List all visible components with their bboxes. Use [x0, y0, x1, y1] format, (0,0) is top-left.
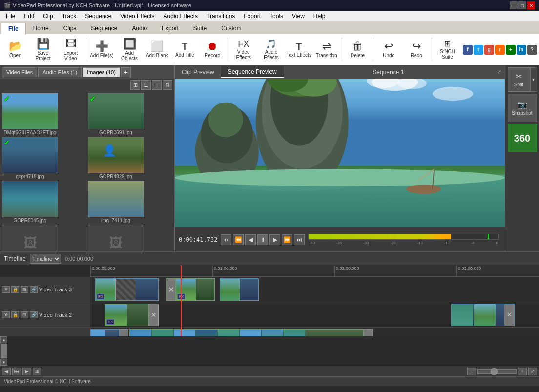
tab-clip-preview[interactable]: Clip Preview	[175, 67, 221, 78]
track2-group[interactable]: ⊞	[21, 311, 28, 318]
clip-t3-1[interactable]: FX	[95, 278, 159, 301]
clip-t3-4[interactable]	[220, 278, 259, 301]
tab-sequence[interactable]: Sequence	[83, 22, 124, 34]
linkedin-icon[interactable]: in	[517, 45, 526, 55]
track2-eye[interactable]: 👁	[2, 311, 10, 318]
track3-lock[interactable]: 🔒	[11, 286, 19, 293]
menu-view[interactable]: View	[288, 12, 309, 21]
transition-button[interactable]: ⇌ Transition	[313, 36, 340, 64]
tl-zoom-slider[interactable]	[477, 369, 517, 374]
media-view-details[interactable]: ≡	[152, 80, 162, 90]
tl-scroll-right[interactable]: ▶	[22, 368, 31, 375]
delete-button[interactable]: 🗑 Delete	[344, 36, 371, 64]
media-item-4[interactable]: 👤 GOPR4829.jpg	[88, 137, 173, 180]
undo-button[interactable]: ↩ Undo	[375, 36, 402, 64]
media-tab-audio-files[interactable]: Audio Files (1)	[38, 67, 82, 77]
timeline-ruler[interactable]: 0:00:00.000 0:01:00.000 0:02:00.000 0:03…	[90, 265, 539, 277]
close-button[interactable]: ✕	[527, 1, 535, 9]
tab-file[interactable]: File	[1, 23, 26, 34]
tl-zoom-out[interactable]: −	[467, 368, 476, 375]
prev-keyframe-button[interactable]: ⏪	[233, 234, 244, 245]
skip-to-start-button[interactable]: ⏮	[221, 234, 231, 245]
menu-sequence[interactable]: Sequence	[81, 12, 115, 21]
nch-suite-button[interactable]: ⊞ S:NCH Suite	[434, 36, 461, 64]
menu-track[interactable]: Track	[58, 12, 81, 21]
tab-clips[interactable]: Clips	[56, 22, 84, 34]
menu-video-effects[interactable]: Video Effects	[116, 12, 158, 21]
add-title-button[interactable]: T Add Title	[171, 36, 198, 64]
audio-effects-button[interactable]: 🎵 Audio Effects	[258, 36, 285, 64]
step-back-button[interactable]: ◀	[245, 234, 256, 245]
menu-audio-effects[interactable]: Audio Effects	[160, 12, 202, 21]
add-blank-button[interactable]: ⬜ Add Blank	[144, 36, 170, 64]
help-social-icon[interactable]: ?	[527, 45, 537, 55]
text-effects-button[interactable]: T Text Effects	[286, 36, 312, 64]
tl-scroll-left[interactable]: ◀	[2, 368, 11, 375]
clip-t1-end-trans[interactable]: ✕	[364, 329, 373, 336]
clip-t1-trans1[interactable]: ✕	[120, 329, 128, 336]
tab-export[interactable]: Export	[154, 22, 186, 34]
skip-to-end-button[interactable]: ⏭	[294, 234, 305, 245]
play-pause-button[interactable]: ⏸	[257, 234, 268, 245]
menu-edit[interactable]: Edit	[20, 12, 38, 21]
split-dropdown[interactable]: ▼	[530, 67, 537, 92]
media-tab-video-files[interactable]: Video Files	[2, 67, 37, 77]
track2-link[interactable]: 🔗	[30, 311, 38, 318]
split-button[interactable]: ✂ Split	[508, 67, 530, 92]
media-item-1[interactable]: ✓ DMqt6GiUEAAO2ET.jpg	[2, 93, 87, 136]
clip-t2-trans[interactable]: ✕	[149, 304, 159, 326]
tab-custom[interactable]: Custom	[214, 22, 249, 34]
menu-tools[interactable]: Tools	[266, 12, 287, 21]
menu-help[interactable]: Help	[310, 12, 330, 21]
menu-file[interactable]: File	[2, 12, 19, 21]
media-item-3[interactable]: ✓ gopr4718.jpg	[2, 137, 87, 180]
add-files-button[interactable]: ➕ Add File(s)	[88, 36, 115, 64]
media-tab-add[interactable]: +	[121, 67, 131, 77]
tab-suite[interactable]: Suite	[186, 22, 214, 34]
btn-360[interactable]: 360	[508, 124, 537, 152]
clip-t2-2[interactable]: ✕	[451, 304, 515, 326]
step-forward-button[interactable]: ▶	[270, 234, 280, 245]
media-item-2[interactable]: ✓ GOPR0691.jpg	[88, 93, 173, 136]
export-video-button[interactable]: 🎞 Export Video	[57, 36, 84, 64]
track3-link[interactable]: 🔗	[30, 286, 38, 293]
menu-clip[interactable]: Clip	[39, 12, 57, 21]
media-tab-images[interactable]: Images (10)	[83, 67, 120, 77]
tab-home[interactable]: Home	[26, 22, 56, 34]
reddit-icon[interactable]: r	[495, 45, 505, 55]
tl-scroll-home[interactable]: ⏮	[12, 368, 21, 375]
clip-t1-1[interactable]: FX	[90, 329, 120, 336]
tl-zoom-fit[interactable]: ⤢	[528, 368, 537, 375]
next-keyframe-button[interactable]: ⏩	[282, 234, 292, 245]
media-item-6[interactable]: img_7411.jpg	[88, 181, 173, 224]
progress-bar[interactable]	[308, 234, 499, 240]
minimize-button[interactable]: —	[510, 1, 518, 9]
media-view-small[interactable]: ⊞	[130, 80, 140, 90]
menu-transitions[interactable]: Transitions	[203, 12, 239, 21]
twitter-icon[interactable]: t	[474, 45, 483, 55]
google-plus-icon[interactable]: g	[484, 45, 494, 55]
media-item-5[interactable]: GOPR5045.jpg	[2, 181, 87, 224]
timeline-dropdown[interactable]: Timeline	[30, 254, 61, 264]
clip-t2-1[interactable]: FX	[105, 304, 149, 326]
tl-fit[interactable]: ⊞	[33, 368, 41, 375]
tab-audio[interactable]: Audio	[124, 22, 154, 34]
save-project-button[interactable]: 💾 Save Project	[30, 36, 57, 64]
timeline-scrollbar-y[interactable]: ▲ ▼	[0, 336, 7, 366]
snapshot-button[interactable]: 📷 Snapshot	[508, 94, 537, 122]
media-view-list[interactable]: ☰	[141, 80, 151, 90]
menu-export[interactable]: Export	[240, 12, 265, 21]
clip-t3-3[interactable]: FX	[176, 278, 215, 301]
add-objects-button[interactable]: 🔲 Add Objects	[116, 36, 143, 64]
facebook-icon[interactable]: f	[463, 45, 473, 55]
clip-t3-2[interactable]: ✕	[166, 278, 176, 301]
scroll-down-btn[interactable]: ▼	[0, 359, 7, 366]
scroll-thumb-y[interactable]	[1, 344, 7, 358]
media-item-8[interactable]: 🖼	[88, 225, 173, 251]
media-item-7[interactable]: 🖼	[2, 225, 87, 251]
video-effects-button[interactable]: FX Video Effects	[230, 36, 257, 64]
track2-lock[interactable]: 🔒	[11, 311, 19, 318]
record-button[interactable]: ⏺ Record	[199, 36, 226, 64]
maximize-button[interactable]: □	[518, 1, 526, 9]
media-sort[interactable]: ⇅	[163, 80, 172, 90]
